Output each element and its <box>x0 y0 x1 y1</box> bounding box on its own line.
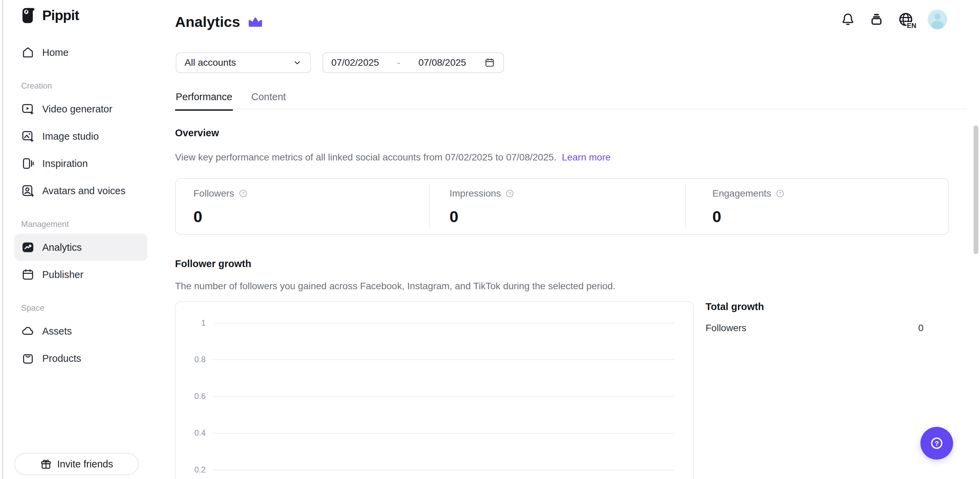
y-axis-tick-label: 0.8 <box>176 354 206 364</box>
sidebar-item-label: Avatars and voices <box>42 185 126 196</box>
y-axis-tick-label: 1 <box>176 318 206 328</box>
app-name: Pippit <box>42 8 79 24</box>
sidebar-item-label: Video generator <box>42 104 112 115</box>
sidebar-section-creation: Creation <box>21 81 149 91</box>
svg-text:?: ? <box>935 440 939 447</box>
svg-text:?: ? <box>508 191 511 196</box>
page-title-text: Analytics <box>175 14 240 30</box>
account-select[interactable]: All accounts <box>176 53 311 73</box>
y-axis-tick-label: 0.4 <box>176 428 206 438</box>
tabs: Performance Content <box>175 91 287 111</box>
date-range-picker[interactable]: 07/02/2025 - 07/08/2025 <box>323 53 504 73</box>
y-axis-tick-label: 0.2 <box>176 465 206 474</box>
sidebar-item-label: Analytics <box>42 242 82 253</box>
sidebar-item-products[interactable]: Products <box>14 345 148 372</box>
products-bag-icon <box>21 351 35 365</box>
invite-friends-label: Invite friends <box>57 458 113 470</box>
pippit-logo[interactable]: Pippit <box>21 7 149 24</box>
publisher-calendar-icon <box>21 268 35 281</box>
question-help-icon[interactable]: ? <box>505 189 514 198</box>
user-avatar[interactable] <box>928 10 947 29</box>
svg-text:?: ? <box>242 191 244 196</box>
sidebar-item-label: Products <box>42 353 81 364</box>
analytics-icon <box>21 241 35 254</box>
total-growth-row-label: Followers <box>706 323 746 334</box>
sidebar-item-video-generator[interactable]: Video generator <box>14 96 148 123</box>
follower-growth-chart: 1 0.8 0.6 0.4 0.2 <box>175 301 694 479</box>
language-badge: EN <box>907 22 917 29</box>
metric-value: 0 <box>449 207 685 226</box>
metric-label-text: Impressions <box>449 188 501 199</box>
svg-text:?: ? <box>779 191 781 196</box>
follower-growth-heading: Follower growth <box>175 258 251 270</box>
sidebar-item-avatars-voices[interactable]: Avatars and voices <box>14 177 148 204</box>
notifications-bell-icon[interactable] <box>840 12 855 27</box>
account-select-value: All accounts <box>185 57 236 68</box>
sidebar-item-label: Publisher <box>42 269 83 280</box>
metric-value: 0 <box>712 207 948 226</box>
total-growth-panel: Total growth Followers 0 <box>706 301 923 334</box>
y-axis-tick-label: 0.6 <box>176 391 206 401</box>
sidebar-item-inspiration[interactable]: Inspiration <box>14 150 148 177</box>
filters-row: All accounts 07/02/2025 - 07/08/2025 <box>176 53 504 73</box>
tab-content[interactable]: Content <box>251 91 287 111</box>
inspiration-icon <box>21 157 35 170</box>
sidebar-item-assets[interactable]: Assets <box>14 318 148 345</box>
metric-label-text: Engagements <box>712 188 771 199</box>
header-icons: EN <box>840 10 947 29</box>
gridline <box>213 396 674 397</box>
sidebar: Pippit Home Creation Video generator <box>3 0 149 479</box>
sidebar-item-publisher[interactable]: Publisher <box>14 261 148 288</box>
tabs-divider <box>175 109 967 109</box>
video-generator-icon <box>21 102 35 116</box>
learn-more-link[interactable]: Learn more <box>562 152 611 163</box>
sidebar-section-management: Management <box>21 219 149 229</box>
total-growth-row: Followers 0 <box>706 323 923 334</box>
image-studio-icon <box>21 129 35 143</box>
sidebar-item-label: Inspiration <box>42 158 88 169</box>
metric-impressions: Impressions ? 0 <box>429 179 685 234</box>
question-help-icon[interactable]: ? <box>239 189 248 198</box>
total-growth-heading: Total growth <box>706 301 923 312</box>
chevron-down-icon <box>293 58 302 67</box>
total-growth-row-value: 0 <box>918 323 923 334</box>
gridline <box>213 359 674 360</box>
overview-heading: Overview <box>175 128 219 139</box>
credits-stack-icon[interactable] <box>869 12 884 27</box>
sidebar-item-label: Assets <box>42 326 72 337</box>
page-title: Analytics <box>175 14 264 30</box>
overview-metrics-card: Followers ? 0 Impressions ? 0 Engagement… <box>175 178 949 235</box>
overview-description-text: View key performance metrics of all link… <box>175 152 557 163</box>
sidebar-item-label: Home <box>42 47 68 58</box>
date-range-separator: - <box>397 57 400 68</box>
sidebar-section-space: Space <box>21 303 149 313</box>
pippit-logo-icon <box>21 7 37 24</box>
invite-friends-button[interactable]: Invite friends <box>14 453 138 475</box>
sidebar-item-home[interactable]: Home <box>14 39 148 66</box>
date-range-start: 07/02/2025 <box>331 57 379 68</box>
metric-followers: Followers ? 0 <box>176 179 429 234</box>
tab-performance[interactable]: Performance <box>175 91 233 111</box>
gift-icon <box>40 458 52 470</box>
follower-growth-description: The number of followers you gained acros… <box>175 281 615 292</box>
sidebar-item-analytics[interactable]: Analytics <box>14 234 148 261</box>
metric-label-text: Followers <box>193 188 234 199</box>
question-help-icon[interactable]: ? <box>775 189 785 198</box>
page-scrollbar-thumb[interactable] <box>974 125 978 254</box>
help-button[interactable]: ? <box>920 427 953 460</box>
language-globe-icon[interactable]: EN <box>897 11 914 27</box>
gridline <box>213 323 674 324</box>
avatars-icon <box>21 184 35 198</box>
gridline <box>213 470 674 471</box>
overview-description: View key performance metrics of all link… <box>175 152 611 163</box>
help-question-icon: ? <box>928 434 946 452</box>
metric-value: 0 <box>193 207 429 226</box>
gridline <box>213 433 674 434</box>
home-icon <box>21 46 35 59</box>
sidebar-item-image-studio[interactable]: Image studio <box>14 123 148 150</box>
sidebar-item-label: Image studio <box>42 131 99 142</box>
date-range-end: 07/08/2025 <box>418 57 466 68</box>
sidebar-nav: Home Creation Video generator <box>21 39 149 372</box>
assets-cloud-icon <box>21 324 35 338</box>
metric-engagements: Engagements ? 0 <box>685 179 948 234</box>
